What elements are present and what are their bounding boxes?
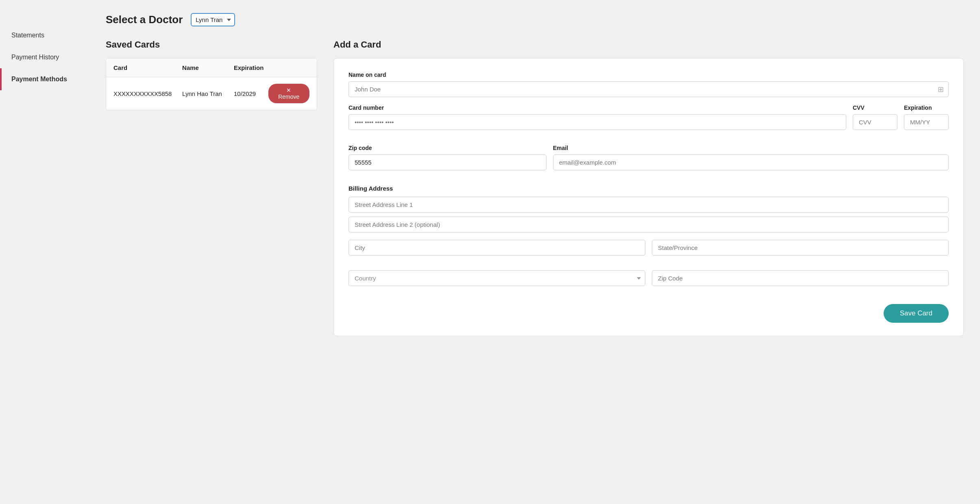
sidebar-item-statements[interactable]: Statements: [0, 24, 89, 46]
save-card-label: Save Card: [900, 309, 932, 317]
city-group: [348, 240, 645, 256]
country-select[interactable]: Country United States Canada United King…: [348, 270, 645, 286]
add-card-panel: Name on card ⊞ Card number CV: [333, 58, 964, 336]
remove-button[interactable]: ✕ Remove: [268, 84, 309, 103]
right-column: Add a Card Name on card ⊞ Card number: [333, 39, 964, 336]
card-icon: ⊞: [938, 85, 944, 94]
sidebar-item-payment-history[interactable]: Payment History: [0, 46, 89, 68]
zip-code-group: Zip code: [348, 145, 547, 170]
remove-label: ✕ Remove: [276, 87, 302, 100]
table-row: XXXXXXXXXXX5858 Lynn Hao Tran 10/2029 ✕ …: [106, 77, 317, 110]
zip-code-input[interactable]: [348, 154, 547, 170]
card-expiration: 10/2029: [234, 90, 268, 97]
saved-cards-title: Saved Cards: [106, 39, 317, 50]
expiration-label: Expiration: [904, 104, 949, 111]
email-label: Email: [553, 145, 949, 151]
save-card-row: Save Card: [348, 301, 949, 323]
billing-zip-group: [652, 270, 949, 286]
name-on-card-input[interactable]: [348, 81, 949, 97]
name-input-wrapper: ⊞: [348, 81, 949, 97]
add-card-title: Add a Card: [333, 39, 964, 50]
sidebar-label-payment-methods: Payment Methods: [11, 76, 67, 83]
doctor-select[interactable]: Lynn Tran Dr. Smith Dr. Jones: [191, 13, 235, 26]
billing-address-label: Billing Address: [348, 185, 949, 192]
zip-code-label: Zip code: [348, 145, 547, 151]
state-group: [652, 240, 949, 256]
card-details-row: Card number CVV Expiration: [348, 104, 949, 137]
col-name: Name: [182, 64, 234, 71]
page-wrapper: Statements Payment History Payment Metho…: [0, 0, 980, 504]
cvv-group: CVV: [853, 104, 897, 130]
card-number: XXXXXXXXXXX5858: [113, 90, 182, 97]
street-line1-input[interactable]: [348, 197, 949, 213]
cvv-input[interactable]: [853, 114, 897, 130]
cvv-label: CVV: [853, 104, 897, 111]
card-number-label: Card number: [348, 104, 846, 111]
left-column: Saved Cards Card Name Expiration XXXXXXX…: [106, 39, 317, 336]
sidebar-label-statements: Statements: [11, 32, 44, 39]
table-header: Card Name Expiration: [106, 59, 317, 77]
card-holder-name: Lynn Hao Tran: [182, 90, 234, 97]
billing-address-group: Billing Address: [348, 185, 949, 232]
col-expiration: Expiration: [234, 64, 268, 71]
city-input[interactable]: [348, 240, 645, 256]
street-line2-input[interactable]: [348, 217, 949, 232]
email-input[interactable]: [553, 154, 949, 170]
main-content: Select a Doctor Lynn Tran Dr. Smith Dr. …: [89, 0, 980, 504]
billing-zip-input[interactable]: [652, 270, 949, 286]
columns: Saved Cards Card Name Expiration XXXXXXX…: [106, 39, 964, 336]
zip-email-row: Zip code Email: [348, 145, 949, 178]
name-on-card-label: Name on card: [348, 72, 949, 78]
country-zip-row: Country United States Canada United King…: [348, 270, 949, 293]
sidebar-item-payment-methods[interactable]: Payment Methods: [0, 68, 89, 90]
state-input[interactable]: [652, 240, 949, 256]
col-action: [268, 64, 309, 71]
expiration-input[interactable]: [904, 114, 949, 130]
sidebar-label-payment-history: Payment History: [11, 54, 59, 61]
cards-table: Card Name Expiration XXXXXXXXXXX5858 Lyn…: [106, 58, 317, 110]
city-state-row: [348, 240, 949, 263]
card-number-input[interactable]: [348, 114, 846, 130]
expiration-group: Expiration: [904, 104, 949, 130]
name-on-card-group: Name on card ⊞: [348, 72, 949, 97]
country-group: Country United States Canada United King…: [348, 270, 645, 286]
save-card-button[interactable]: Save Card: [884, 304, 949, 323]
card-number-group: Card number: [348, 104, 846, 130]
header-row: Select a Doctor Lynn Tran Dr. Smith Dr. …: [106, 13, 964, 26]
page-title: Select a Doctor: [106, 13, 183, 26]
email-group: Email: [553, 145, 949, 170]
sidebar: Statements Payment History Payment Metho…: [0, 0, 89, 504]
col-card: Card: [113, 64, 182, 71]
